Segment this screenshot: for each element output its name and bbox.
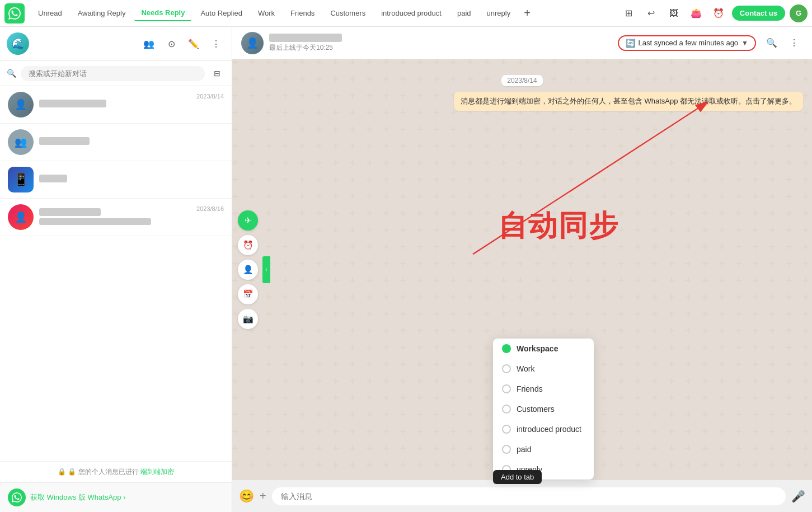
more-icon[interactable]: ⋮	[207, 35, 225, 53]
sync-icon: 🔄	[626, 39, 635, 48]
date-label: 2023/8/14	[501, 75, 542, 86]
security-link[interactable]: 端到端加密	[140, 468, 174, 476]
left-sidebar: 🌊 👥 ⊙ ✏️ ⋮ 🔍 ⊟ 👤	[0, 27, 232, 512]
paid-radio[interactable]	[502, 445, 511, 454]
contacts-icon[interactable]: 👥	[140, 35, 158, 53]
user-avatar[interactable]: G	[790, 4, 808, 22]
send-action-icon[interactable]: ✈	[238, 210, 258, 231]
dropdown-introduced-item[interactable]: introduced product	[493, 419, 594, 439]
add-to-tab-tooltip: Add to tab	[493, 470, 542, 484]
nav-add-tab[interactable]: +	[519, 4, 535, 22]
nav-tab-unreply[interactable]: unreply	[480, 6, 518, 21]
sidebar-actions: 👥 ⊙ ✏️ ⋮	[140, 35, 225, 53]
chat-item-content	[39, 208, 191, 226]
chat-header-icons: 🔍 ⋮	[763, 34, 803, 52]
camera-action-icon[interactable]: 📷	[238, 309, 258, 329]
dropdown-friends-item[interactable]: Friends	[493, 379, 594, 399]
message-input[interactable]	[272, 487, 786, 505]
sync-dropdown-icon[interactable]: ▼	[741, 39, 748, 47]
chat-item-name	[39, 208, 191, 217]
reply-icon[interactable]: ↩	[642, 4, 660, 22]
chat-avatar: 👤	[8, 92, 34, 118]
whatsapp-icon	[8, 7, 21, 20]
search-bar: 🔍 ⊟	[0, 61, 232, 86]
introduced-radio[interactable]	[502, 425, 511, 434]
mic-icon[interactable]: 🎤	[791, 490, 805, 503]
clock-icon[interactable]: ⏰	[710, 4, 727, 22]
screen-share-icon[interactable]: ⊞	[620, 4, 638, 22]
nav-tab-unread[interactable]: Unread	[31, 6, 69, 21]
customers-label: Customers	[517, 405, 555, 414]
paid-label: paid	[517, 445, 531, 454]
chat-item-preview	[39, 218, 191, 226]
dropdown-paid-item[interactable]: paid	[493, 439, 594, 459]
security-notice: 🔒 🔒 您的个人消息已进行 端到端加密	[0, 461, 232, 482]
svg-line-1	[473, 102, 708, 254]
chat-item[interactable]: 👤 2023/8/14	[0, 86, 232, 124]
chat-more-icon[interactable]: ⋮	[785, 34, 803, 52]
get-windows-app-link[interactable]: 获取 Windows 版 WhatsApp ›	[30, 492, 126, 502]
wallet-icon[interactable]: 👛	[687, 4, 705, 22]
search-icon: 🔍	[7, 69, 16, 78]
image-icon[interactable]: 🖼	[665, 4, 683, 22]
chat-item[interactable]: 👥	[0, 124, 232, 161]
chat-contact-status: 最后上线于今天10:25	[269, 43, 618, 53]
nav-tab-work[interactable]: Work	[251, 6, 281, 21]
friends-radio[interactable]	[502, 384, 511, 393]
workspace-dot-icon	[502, 344, 511, 353]
new-chat-icon[interactable]: ✏️	[185, 35, 203, 53]
search-input[interactable]	[21, 66, 205, 81]
chat-item-name	[39, 137, 218, 146]
sidebar-header: 🌊 👥 ⊙ ✏️ ⋮	[0, 27, 232, 61]
alarm-action-icon[interactable]: ⏰	[238, 235, 258, 255]
introduced-label: introduced product	[517, 425, 581, 434]
chat-item-time: 2023/8/14	[196, 93, 224, 100]
message-bubble: 消息都是进行端到端加密，对话之外的任何人，甚至包含 WhatsApp 都无法读取…	[454, 92, 803, 111]
dropdown-customers-item[interactable]: Customers	[493, 399, 594, 419]
filter-icon[interactable]: ⊟	[209, 65, 225, 81]
nav-tab-paid[interactable]: paid	[450, 6, 478, 21]
add-action-icon[interactable]: 📅	[238, 284, 258, 304]
chat-item[interactable]: 📱	[0, 161, 232, 199]
search-chat-icon[interactable]: 🔍	[763, 34, 781, 52]
main-layout: 🌊 👥 ⊙ ✏️ ⋮ 🔍 ⊟ 👤	[0, 27, 812, 512]
chat-header: 👤 最后上线于今天10:25 🔄 Last synced a few minut…	[232, 27, 812, 59]
nav-tab-introduced[interactable]: introduced product	[374, 6, 448, 21]
work-radio[interactable]	[502, 364, 511, 373]
sync-badge: 🔄 Last synced a few minutes ago ▼	[618, 35, 756, 51]
app-logo	[4, 3, 25, 24]
chat-area: 👤 最后上线于今天10:25 🔄 Last synced a few minut…	[232, 27, 812, 512]
attach-icon[interactable]: +	[260, 490, 266, 502]
message-container: 消息都是进行端到端加密，对话之外的任何人，甚至包含 WhatsApp 都无法读取…	[241, 92, 803, 113]
annotation-text: 自动同步	[498, 206, 619, 246]
chat-avatar-group: 👥	[8, 129, 34, 155]
dropdown-work-item[interactable]: Work	[493, 359, 594, 379]
chat-item-content	[39, 137, 218, 147]
date-separator: 2023/8/14	[241, 75, 803, 85]
sidebar-user-avatar[interactable]: 🌊	[7, 32, 29, 55]
workspace-label: Workspace	[517, 344, 558, 353]
nav-tab-customers[interactable]: Customers	[323, 6, 372, 21]
chat-item-content	[39, 100, 191, 110]
customers-radio[interactable]	[502, 405, 511, 414]
panel-toggle[interactable]: ‹	[262, 256, 270, 283]
whatsapp-logo	[12, 492, 22, 502]
chat-item-name	[39, 175, 218, 184]
chat-item[interactable]: 👤 2023/8/16	[0, 199, 232, 236]
emoji-icon[interactable]: 😊	[239, 489, 254, 504]
dropdown-workspace-item[interactable]: Workspace	[493, 339, 594, 359]
chat-list: 👤 2023/8/14 👥	[0, 86, 232, 461]
nav-tab-needs-reply[interactable]: Needs Reply	[134, 5, 191, 21]
user-action-icon[interactable]: 👤	[238, 260, 258, 280]
nav-tab-auto-replied[interactable]: Auto Replied	[194, 6, 248, 21]
sidebar-bottom: 获取 Windows 版 WhatsApp ›	[0, 482, 232, 512]
side-actions: ✈ ⏰ 👤 📅 📷	[238, 210, 258, 329]
nav-tab-friends[interactable]: Friends	[284, 6, 321, 21]
chat-avatar: 👤	[8, 204, 34, 230]
status-icon[interactable]: ⊙	[162, 35, 180, 53]
whatsapp-icon	[8, 488, 26, 506]
chat-item-content	[39, 175, 218, 185]
chat-contact-avatar: 👤	[241, 32, 264, 54]
contact-us-button[interactable]: Contact us	[732, 6, 785, 21]
nav-tab-awaiting[interactable]: Awaiting Reply	[71, 6, 133, 21]
